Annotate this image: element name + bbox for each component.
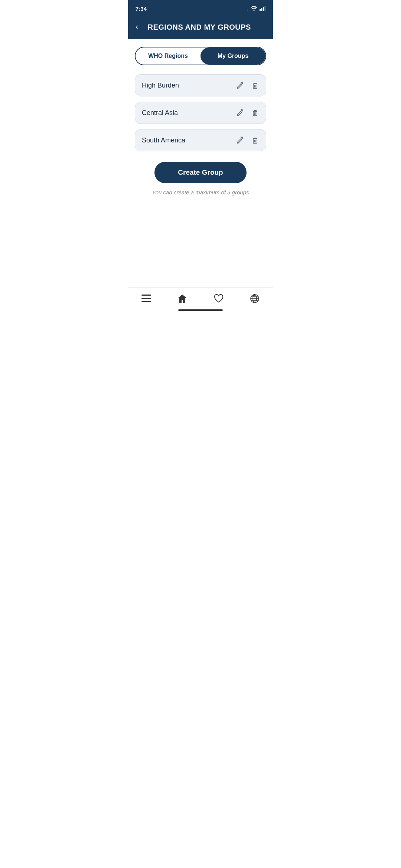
svg-rect-15 — [141, 301, 151, 302]
svg-rect-10 — [253, 139, 257, 143]
heart-icon — [214, 294, 224, 303]
edit-button[interactable] — [236, 109, 244, 117]
delete-button[interactable] — [251, 109, 259, 117]
delete-button[interactable] — [251, 136, 259, 144]
svg-rect-1 — [261, 8, 263, 11]
status-bar: 7:34 ↓ — [128, 0, 273, 16]
nav-item-favorites[interactable] — [200, 294, 237, 303]
group-name: High Burden — [142, 82, 236, 89]
group-name: Central Asia — [142, 109, 236, 117]
group-actions — [236, 81, 259, 89]
trash-icon — [251, 136, 259, 144]
group-item: South America — [135, 129, 266, 151]
trash-icon — [251, 81, 259, 89]
edit-icon — [236, 81, 244, 89]
svg-rect-0 — [260, 9, 261, 11]
tab-who-regions[interactable]: WHO Regions — [136, 47, 200, 65]
nav-item-menu[interactable] — [128, 295, 164, 303]
tab-my-groups[interactable]: My Groups — [200, 47, 265, 65]
status-time: 7:34 — [136, 6, 147, 12]
home-indicator — [178, 309, 223, 311]
back-button[interactable]: ‹ — [136, 22, 138, 32]
svg-rect-14 — [141, 298, 151, 299]
status-icons: ↓ — [246, 6, 266, 11]
tab-switcher: WHO Regions My Groups — [135, 47, 266, 65]
max-groups-text: You can create a maximum of 5 groups — [135, 189, 266, 195]
trash-icon — [251, 109, 259, 117]
delete-button[interactable] — [251, 81, 259, 89]
svg-rect-4 — [253, 84, 257, 88]
home-icon — [177, 294, 187, 303]
edit-button[interactable] — [236, 136, 244, 144]
signal-icon — [260, 6, 265, 11]
group-item: Central Asia — [135, 102, 266, 124]
group-name: South America — [142, 137, 236, 144]
wifi-icon — [251, 6, 257, 11]
edit-icon — [236, 136, 244, 144]
nav-item-home[interactable] — [164, 294, 201, 303]
menu-icon — [141, 295, 151, 303]
svg-rect-7 — [253, 111, 257, 116]
page-header: ‹ REGIONS AND MY GROUPS — [128, 16, 273, 39]
group-actions — [236, 109, 259, 117]
bottom-nav — [128, 287, 273, 313]
edit-icon — [236, 109, 244, 117]
who-icon — [250, 294, 260, 303]
main-content: WHO Regions My Groups High Burden — [128, 39, 273, 287]
group-actions — [236, 136, 259, 144]
download-icon: ↓ — [246, 6, 249, 11]
nav-item-who[interactable] — [237, 294, 273, 303]
svg-rect-3 — [265, 6, 266, 11]
svg-rect-2 — [263, 7, 264, 11]
svg-rect-13 — [141, 295, 151, 296]
edit-button[interactable] — [236, 81, 244, 89]
group-list: High Burden — [135, 74, 266, 151]
page-title: REGIONS AND MY GROUPS — [144, 23, 254, 32]
group-item: High Burden — [135, 74, 266, 96]
create-group-button[interactable]: Create Group — [154, 162, 247, 183]
